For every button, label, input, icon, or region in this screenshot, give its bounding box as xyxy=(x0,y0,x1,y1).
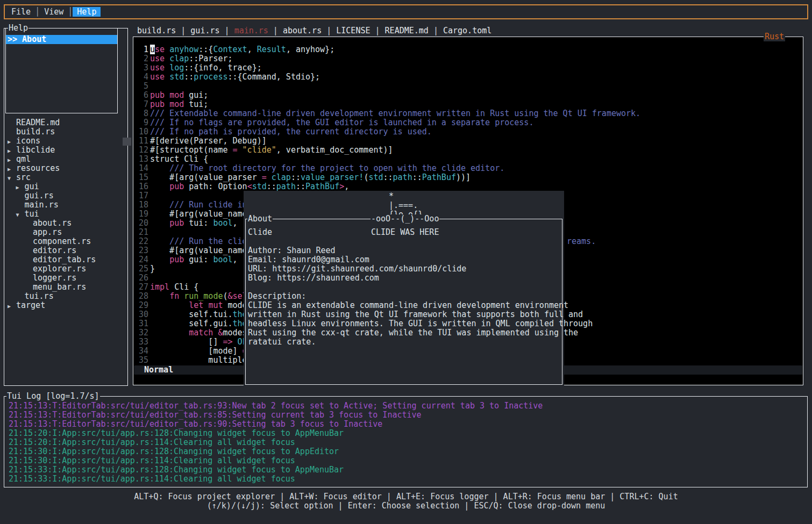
explorer-item-readme-md[interactable]: README.md xyxy=(5,118,127,127)
code-token: impl xyxy=(150,282,169,292)
code-line[interactable]: 7pub mod tui; xyxy=(134,100,802,109)
explorer-item-logger-rs[interactable]: logger.rs xyxy=(5,274,127,283)
code-token: tui: xyxy=(184,218,213,228)
code-token: } xyxy=(150,264,155,274)
menu-item-view[interactable]: View xyxy=(40,7,68,17)
code-token xyxy=(165,99,169,109)
scrollbar-thumb[interactable] xyxy=(123,138,131,146)
about-email: Email: shaunrd0@gmail.com xyxy=(246,255,561,264)
code-line[interactable]: 8/// Extendable command-line driven deve… xyxy=(134,109,802,118)
chevron-collapsed-icon[interactable]: ▶ xyxy=(16,183,25,192)
code-token: #[arg(value_name xyxy=(150,209,252,219)
explorer-item-component-rs[interactable]: component.rs xyxy=(5,237,127,246)
code-line[interactable]: 6pub mod gui; xyxy=(134,91,802,100)
explorer-item-qml[interactable]: ▶qml xyxy=(5,155,127,164)
code-token: clap xyxy=(272,173,291,182)
code-token: struct Cli { xyxy=(150,154,208,164)
code-line[interactable]: 4use std::process::{Command, Stdio}; xyxy=(134,73,802,82)
menu-item-file[interactable]: File xyxy=(7,7,35,17)
chevron-collapsed-icon[interactable]: ▶ xyxy=(8,137,16,146)
editor-tab-about-rs[interactable]: about.rs xyxy=(283,26,322,35)
chevron-expanded-icon[interactable]: ▼ xyxy=(8,174,16,183)
about-description-label: Description: xyxy=(246,292,561,301)
code-line[interactable]: 16 pub path: Option<std::path::PathBuf>, xyxy=(134,182,802,191)
code-token: pub xyxy=(150,90,165,100)
code-token: use xyxy=(150,54,165,63)
code-line[interactable]: 2use clap::Parser; xyxy=(134,54,802,63)
chevron-expanded-icon[interactable]: ▼ xyxy=(16,210,25,219)
tab-separator: | xyxy=(176,26,190,35)
code-token xyxy=(150,328,189,338)
app-root: File│View│Help README.mdbuild.rs▶icons▶l… xyxy=(0,0,812,524)
code-line[interactable]: 14 /// The root directory for the projec… xyxy=(134,164,802,173)
code-token: => xyxy=(223,337,232,347)
explorer-item-label: menu_bar.rs xyxy=(33,282,86,292)
explorer-item-editor-rs[interactable]: editor.rs xyxy=(5,246,127,255)
explorer-item-libclide[interactable]: ▶libclide xyxy=(5,146,127,155)
tab-separator: | xyxy=(268,26,283,35)
explorer-item-menu-bar-rs[interactable]: menu_bar.rs xyxy=(5,283,127,292)
explorer-item-about-rs[interactable]: about.rs xyxy=(5,219,127,228)
editor-tab-license[interactable]: LICENSE xyxy=(336,26,370,35)
code-line[interactable]: 15 #[arg(value_parser = clap::value_pars… xyxy=(134,173,802,182)
line-number: 22 xyxy=(135,237,148,246)
line-number: 6 xyxy=(135,91,148,100)
explorer-item-icons[interactable]: ▶icons xyxy=(5,137,127,146)
code-line[interactable]: 9/// If no flags are provided, the GUI e… xyxy=(134,118,802,127)
code-token: [] xyxy=(150,337,223,347)
line-number: 34 xyxy=(135,347,148,356)
chevron-collapsed-icon[interactable]: ▶ xyxy=(8,146,16,155)
menu-bar: File│View│Help xyxy=(4,4,808,19)
chevron-collapsed-icon[interactable]: ▶ xyxy=(8,164,16,174)
explorer-item-label: tui.rs xyxy=(25,291,54,301)
code-token: path xyxy=(276,182,296,191)
explorer-item-gui[interactable]: ▶gui xyxy=(5,182,127,191)
log-entry: 21:15:13:T:EditorTab:src/tui/editor_tab.… xyxy=(5,401,807,411)
editor-tab-cargo-toml[interactable]: Cargo.toml xyxy=(443,26,492,35)
editor-tab-main-rs[interactable]: main.rs xyxy=(234,26,268,35)
code-token: ::{ xyxy=(198,45,213,54)
code-token: , xyxy=(344,182,349,191)
editor-tab-gui-rs[interactable]: gui.rs xyxy=(190,26,219,35)
chevron-collapsed-icon[interactable]: ▶ xyxy=(8,155,16,164)
log-entry: 21:15:33:I:App:src/tui/app.rs:128:Changi… xyxy=(5,465,807,475)
explorer-item-target[interactable]: ▶target xyxy=(5,301,127,310)
explorer-item-explorer-rs[interactable]: explorer.rs xyxy=(5,264,127,274)
editor-tab-build-rs[interactable]: build.rs xyxy=(137,26,176,35)
code-line[interactable]: 1use anyhow::{Context, Result, anyhow}; xyxy=(134,45,802,54)
explorer-item-src[interactable]: ▼src xyxy=(5,173,127,182)
about-author: Author: Shaun Reed xyxy=(246,246,561,255)
explorer-item-tui[interactable]: ▼tui xyxy=(5,210,127,219)
code-line[interactable]: 11#[derive(Parser, Debug)] xyxy=(134,137,802,146)
line-number: 25 xyxy=(135,264,148,274)
menu-item-help[interactable]: Help xyxy=(73,7,101,17)
editor-tab-bar: build.rs | gui.rs | main.rs | about.rs |… xyxy=(137,26,492,35)
about-dialog-title: About xyxy=(247,214,273,224)
explorer-item-gui-rs[interactable]: gui.rs xyxy=(5,191,127,200)
code-line[interactable]: 13struct Cli { xyxy=(134,155,802,164)
explorer-item-app-rs[interactable]: app.rs xyxy=(5,228,127,237)
menu-separator: │ xyxy=(35,7,40,17)
code-line[interactable]: 3use log::{info, trace}; xyxy=(134,63,802,73)
code-line[interactable]: 5 xyxy=(134,82,802,91)
tab-separator: | xyxy=(429,26,443,35)
line-number: 21 xyxy=(135,228,148,237)
log-entry: 21:15:30:I:App:src/tui/app.rs:114:Cleari… xyxy=(5,456,807,465)
code-token: Result xyxy=(257,45,286,54)
explorer-item-main-rs[interactable]: main.rs xyxy=(5,200,127,210)
help-menu-item-about[interactable]: >> About xyxy=(6,35,117,44)
chevron-collapsed-icon[interactable]: ▶ xyxy=(8,302,16,311)
about-description-line: ratatui crate. xyxy=(246,338,561,347)
log-panel[interactable]: Tui Log [log=1.7/s] 21:15:13:T:EditorTab… xyxy=(4,396,808,487)
explorer-item-editor-tab-rs[interactable]: editor_tab.rs xyxy=(5,255,127,264)
code-token: bool xyxy=(213,255,232,264)
code-line[interactable]: 12#[structopt(name = "clide", verbatim_d… xyxy=(134,146,802,155)
explorer-item-build-rs[interactable]: build.rs xyxy=(5,127,127,137)
code-token xyxy=(165,90,169,100)
explorer-item-label: libclide xyxy=(16,145,55,155)
about-name-row: ClideCLIDE WAS HERE xyxy=(246,228,561,237)
code-line[interactable]: 10/// If no path is provided, the curren… xyxy=(134,127,802,137)
editor-tab-readme-md[interactable]: README.md xyxy=(385,26,429,35)
explorer-item-tui-rs[interactable]: tui.rs xyxy=(5,292,127,301)
explorer-item-resources[interactable]: ▶resources xyxy=(5,164,127,173)
